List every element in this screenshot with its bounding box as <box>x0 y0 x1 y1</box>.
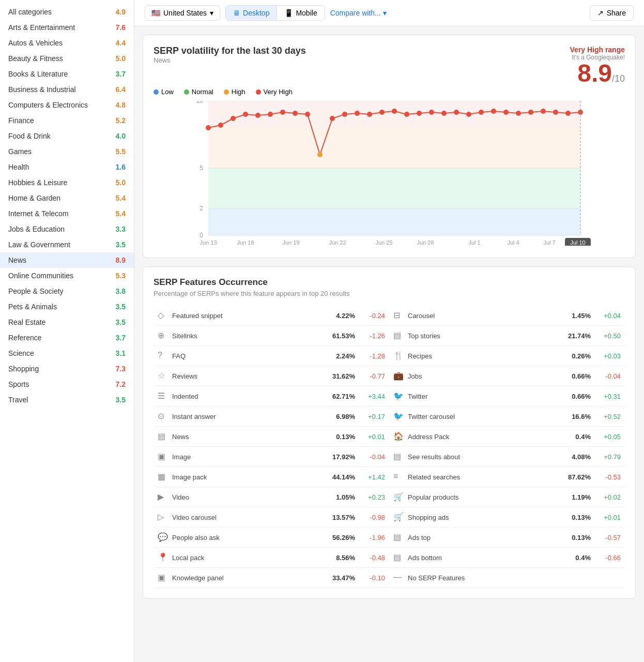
sidebar-item-reference[interactable]: Reference3.7 <box>0 330 134 345</box>
country-name: United States <box>163 9 207 17</box>
sidebar-item-science[interactable]: Science3.1 <box>0 345 134 361</box>
feature-icon: ▤ <box>393 330 404 341</box>
features-left-col: ◇ Featured snippet 4.22% -0.24 ⊕ Sitelin… <box>154 306 389 588</box>
svg-point-19 <box>441 111 447 116</box>
normal-label: Normal <box>192 88 213 96</box>
feature-icon: ▶ <box>158 492 168 502</box>
high-label: High <box>232 88 246 96</box>
sidebar-item-internet-&-telecom[interactable]: Internet & Telecom5.4 <box>0 206 134 221</box>
sidebar-item-autos-&-vehicles[interactable]: Autos & Vehicles4.4 <box>0 35 134 51</box>
feature-icon: ▤ <box>393 532 404 543</box>
sidebar-item-travel[interactable]: Travel3.5 <box>0 392 134 408</box>
svg-point-16 <box>404 112 409 117</box>
mobile-tab[interactable]: 📱 Mobile <box>277 6 324 20</box>
sidebar-item-sports[interactable]: Sports7.2 <box>0 377 134 392</box>
sidebar-item-beauty-&-fitness[interactable]: Beauty & Fitness5.0 <box>0 51 134 66</box>
svg-point-4 <box>255 113 260 118</box>
feature-delta: -0.98 <box>359 514 385 521</box>
sidebar-item-home-&-garden[interactable]: Home & Garden5.4 <box>0 190 134 206</box>
svg-point-14 <box>379 110 385 115</box>
feature-icon: ▤ <box>393 452 404 462</box>
feature-name: No SERP Features <box>408 574 556 582</box>
feature-name: Video <box>172 493 320 501</box>
sidebar-item-label: Science <box>8 349 34 357</box>
feature-delta: -0.53 <box>595 473 621 481</box>
feature-name: Indented <box>172 393 320 400</box>
sidebar-item-jobs-&-education[interactable]: Jobs & Education3.3 <box>0 221 134 237</box>
feature-delta: -1.26 <box>359 332 385 340</box>
desktop-tab[interactable]: 🖥 Desktop <box>226 6 277 20</box>
feature-pct: 0.13% <box>560 514 591 521</box>
sidebar-item-label: Beauty & Fitness <box>8 54 63 63</box>
feature-row: ▤ Top stories 21.74% +0.50 <box>389 326 625 346</box>
sidebar-item-score: 4.8 <box>116 101 126 109</box>
feature-name: Instant answer <box>172 413 320 420</box>
feature-delta: -0.24 <box>359 312 385 320</box>
sidebar-item-health[interactable]: Health1.6 <box>0 159 134 175</box>
feature-delta: +0.31 <box>595 393 621 400</box>
sidebar-item-pets-&-animals[interactable]: Pets & Animals3.5 <box>0 299 134 314</box>
feature-pct: 0.4% <box>560 554 591 562</box>
feature-delta: +0.23 <box>359 493 385 501</box>
sidebar-item-label: Sports <box>8 380 29 388</box>
sidebar-item-books-&-literature[interactable]: Books & Literature3.7 <box>0 66 134 82</box>
sidebar-item-score: 5.0 <box>116 54 126 63</box>
svg-point-1 <box>218 123 223 128</box>
sidebar-item-games[interactable]: Games5.5 <box>0 144 134 159</box>
feature-row: ? FAQ 2.24% -1.28 <box>154 346 389 366</box>
desktop-label: Desktop <box>243 9 269 17</box>
sidebar-item-law-&-government[interactable]: Law & Government3.5 <box>0 237 134 252</box>
feature-pct: 31.62% <box>324 372 355 380</box>
feature-icon: ▤ <box>393 552 404 563</box>
sidebar-item-online-communities[interactable]: Online Communities5.3 <box>0 268 134 283</box>
feature-pct: 0.66% <box>560 393 591 400</box>
feature-pct: 1.45% <box>560 312 591 320</box>
feature-delta: -0.04 <box>359 453 385 461</box>
sidebar-item-finance[interactable]: Finance5.2 <box>0 113 134 128</box>
share-button[interactable]: ↗ Share <box>590 5 634 21</box>
sidebar-item-hobbies-&-leisure[interactable]: Hobbies & Leisure5.0 <box>0 175 134 190</box>
mobile-label: Mobile <box>296 9 317 17</box>
feature-name: Jobs <box>408 372 556 380</box>
feature-row: 🐦 Twitter 0.66% +0.31 <box>389 386 625 407</box>
feature-delta: +0.01 <box>595 514 621 521</box>
sidebar-item-shopping[interactable]: Shopping7.3 <box>0 361 134 377</box>
sidebar-item-news[interactable]: News8.9 <box>0 252 134 268</box>
sidebar-item-label: Autos & Vehicles <box>8 39 63 47</box>
y-label-0: 0 <box>200 232 203 239</box>
country-selector[interactable]: 🇺🇸 United States ▾ <box>145 5 220 21</box>
feature-pct: 0.26% <box>560 352 591 360</box>
sidebar-item-all-categories[interactable]: All categories4.9 <box>0 4 134 20</box>
compare-button[interactable]: Compare with... ▾ <box>330 9 387 17</box>
country-flag: 🇺🇸 <box>151 9 160 17</box>
sidebar-item-score: 5.3 <box>116 272 126 280</box>
sidebar-item-people-&-society[interactable]: People & Society3.8 <box>0 283 134 299</box>
feature-icon: 🐦 <box>393 391 404 401</box>
sidebar-item-label: Computers & Electronics <box>8 101 88 109</box>
sidebar-item-real-estate[interactable]: Real Estate3.5 <box>0 314 134 330</box>
feature-icon: ⊟ <box>393 310 404 321</box>
sidebar-item-computers-&-electronics[interactable]: Computers & Electronics4.8 <box>0 97 134 113</box>
sidebar-item-label: Jobs & Education <box>8 225 65 233</box>
feature-delta: -0.77 <box>359 372 385 380</box>
feature-name: FAQ <box>172 352 320 360</box>
feature-name: Ads bottom <box>408 554 556 562</box>
low-band <box>208 208 580 235</box>
sidebar-item-arts-&-entertainment[interactable]: Arts & Entertainment7.6 <box>0 20 134 35</box>
feature-icon: ⊕ <box>158 330 168 341</box>
sidebar-item-business-&-industrial[interactable]: Business & Industrial6.4 <box>0 82 134 97</box>
feature-name: Ads top <box>408 534 556 541</box>
feature-row: ≡ Related searches 87.62% -0.53 <box>389 467 625 487</box>
feature-delta: +0.04 <box>595 312 621 320</box>
features-subtitle: Percentage of SERPs where this feature a… <box>154 290 625 297</box>
feature-icon: ⊙ <box>158 411 168 422</box>
sidebar-item-label: Arts & Entertainment <box>8 23 75 32</box>
feature-pct: 13.57% <box>324 514 355 521</box>
feature-pct: 44.14% <box>324 473 355 481</box>
x-jun16: Jun 16 <box>237 239 254 246</box>
feature-delta: -0.04 <box>595 372 621 380</box>
feature-pct: 0.66% <box>560 372 591 380</box>
feature-icon: ▣ <box>158 452 168 462</box>
feature-icon: ◇ <box>158 310 168 321</box>
sidebar-item-food-&-drink[interactable]: Food & Drink4.0 <box>0 128 134 144</box>
